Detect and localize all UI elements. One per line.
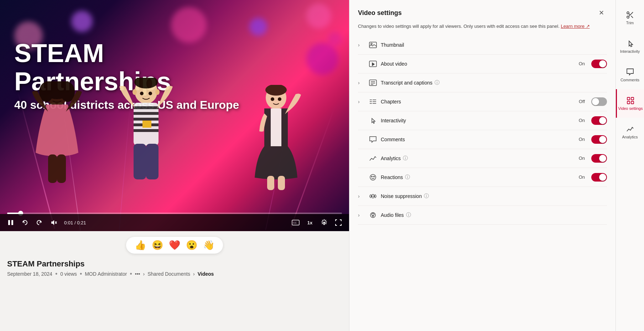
svg-rect-27 [278, 176, 285, 190]
rewind-button[interactable]: 10 [20, 218, 30, 228]
svg-point-21 [133, 89, 137, 95]
chapters-icon [369, 97, 377, 106]
reaction-wave[interactable]: 👋 [203, 240, 214, 251]
audio-info-icon[interactable]: ⓘ [406, 212, 411, 218]
video-subtitle-bar: September 18, 2024 • 0 views • MOD Admin… [7, 271, 342, 277]
analytics-toggle[interactable] [591, 154, 607, 163]
reaction-heart[interactable]: ❤️ [169, 240, 180, 251]
analytics-label: Analytics ⓘ [381, 155, 575, 162]
breadcrumb-videos[interactable]: Videos [198, 271, 214, 277]
svg-point-57 [372, 176, 372, 177]
about-video-label: About video [381, 61, 575, 67]
sidebar-item-trim[interactable]: Trim [616, 4, 644, 32]
sidebar-item-interactivity[interactable]: Interactivity [616, 32, 644, 61]
scissors-icon [626, 11, 634, 19]
play-pause-button[interactable] [6, 218, 16, 228]
chevron-chapters[interactable]: › [358, 99, 365, 105]
breadcrumb-shared[interactable]: Shared Documents [147, 271, 190, 277]
transcript-info-icon[interactable]: ⓘ [435, 80, 440, 86]
video-controls: 10 10 [0, 214, 349, 231]
svg-point-6 [52, 94, 55, 98]
settings-row-interactivity: › Interactivity On [358, 111, 607, 130]
sidebar-item-comments[interactable]: Comments [616, 61, 644, 89]
analytics-icon [369, 154, 377, 163]
reaction-wow[interactable]: 😮 [186, 240, 197, 251]
noise-info-icon[interactable]: ⓘ [424, 193, 429, 199]
svg-rect-26 [267, 176, 274, 190]
settings-row-analytics: › Analytics ⓘ On [358, 149, 607, 168]
chevron-audio[interactable]: › [358, 212, 365, 218]
svg-rect-16 [142, 121, 151, 128]
analytics-status: On [579, 156, 585, 161]
settings-row-thumbnail[interactable]: › Thumbnail [358, 36, 607, 55]
comments-label: Comments [381, 137, 575, 142]
more-options-dots[interactable]: ••• [135, 271, 140, 277]
sidebar-item-video-settings[interactable]: Video settings [616, 89, 644, 118]
settings-header: Video settings ✕ [358, 7, 607, 19]
reactions-bar: 👍 😆 ❤️ 😮 👋 [0, 237, 349, 254]
chapters-status: Off [579, 99, 585, 104]
svg-text:CC: CC [293, 221, 297, 224]
comments-icon [369, 135, 377, 144]
analytics-bar-icon [626, 125, 634, 133]
analytics-info-icon[interactable]: ⓘ [403, 155, 408, 162]
svg-point-56 [370, 174, 376, 180]
settings-row-audio[interactable]: › Audio files ⓘ [358, 206, 607, 225]
interactivity-toggle[interactable] [591, 116, 607, 125]
svg-rect-11 [134, 106, 159, 109]
svg-point-60 [371, 195, 373, 197]
video-player[interactable]: STEAM Partnerships 40 school districts a… [0, 0, 349, 231]
settings-bar-icon [626, 96, 635, 105]
reaction-thumbsup[interactable]: 👍 [135, 240, 146, 251]
svg-point-63 [372, 215, 374, 217]
children-figures [0, 88, 349, 210]
svg-point-19 [140, 92, 144, 95]
svg-rect-18 [146, 144, 159, 179]
svg-rect-69 [631, 101, 634, 104]
settings-row-transcript[interactable]: › Transcript and captions ⓘ [358, 73, 607, 92]
svg-point-28 [271, 97, 274, 101]
reactions-icon [369, 173, 377, 182]
reactions-toggle[interactable] [591, 173, 607, 182]
svg-point-7 [59, 94, 62, 98]
forward-button[interactable]: 10 [34, 218, 44, 228]
comments-bar-label: Comments [620, 78, 639, 82]
close-settings-button[interactable]: ✕ [596, 7, 607, 19]
settings-row-noise[interactable]: › Noise suppression ⓘ [358, 187, 607, 206]
svg-point-65 [627, 16, 629, 18]
icon-bar: Trim Interactivity Comments [616, 0, 644, 331]
chapters-label: Chapters [381, 99, 575, 105]
svg-rect-15 [134, 129, 159, 132]
chapters-toggle[interactable] [591, 97, 607, 106]
settings-panel: Video settings ✕ Changes to video settin… [349, 0, 616, 331]
audio-label: Audio files ⓘ [381, 212, 607, 218]
transcript-icon [369, 78, 377, 87]
chevron-transcript[interactable]: › [358, 80, 365, 86]
interactivity-bar-label: Interactivity [620, 49, 640, 54]
svg-point-58 [374, 176, 374, 177]
svg-rect-13 [134, 118, 159, 121]
svg-text:10: 10 [39, 221, 41, 224]
settings-button[interactable] [319, 218, 329, 228]
fullscreen-button[interactable] [333, 218, 343, 228]
about-video-toggle[interactable] [591, 60, 607, 68]
chevron-noise[interactable]: › [358, 193, 365, 199]
svg-rect-12 [134, 112, 159, 115]
mute-button[interactable] [48, 218, 58, 228]
reactions-info-icon[interactable]: ⓘ [405, 174, 410, 180]
about-video-status: On [579, 61, 585, 66]
interactivity-icon [369, 116, 377, 125]
noise-icon [369, 192, 377, 200]
chevron-thumbnail[interactable]: › [358, 42, 365, 48]
learn-more-link[interactable]: Learn more ↗ [561, 24, 590, 29]
comments-toggle[interactable] [591, 135, 607, 144]
svg-rect-30 [8, 220, 10, 225]
svg-point-29 [278, 97, 281, 101]
speed-button[interactable]: 1x [305, 218, 315, 228]
reactions-pill: 👍 😆 ❤️ 😮 👋 [126, 237, 223, 254]
reaction-laugh[interactable]: 😆 [152, 240, 163, 251]
cc-button[interactable]: CC [291, 218, 301, 228]
transcript-label: Transcript and captions ⓘ [381, 80, 607, 86]
audio-icon [369, 211, 377, 219]
sidebar-item-analytics[interactable]: Analytics [616, 118, 644, 146]
